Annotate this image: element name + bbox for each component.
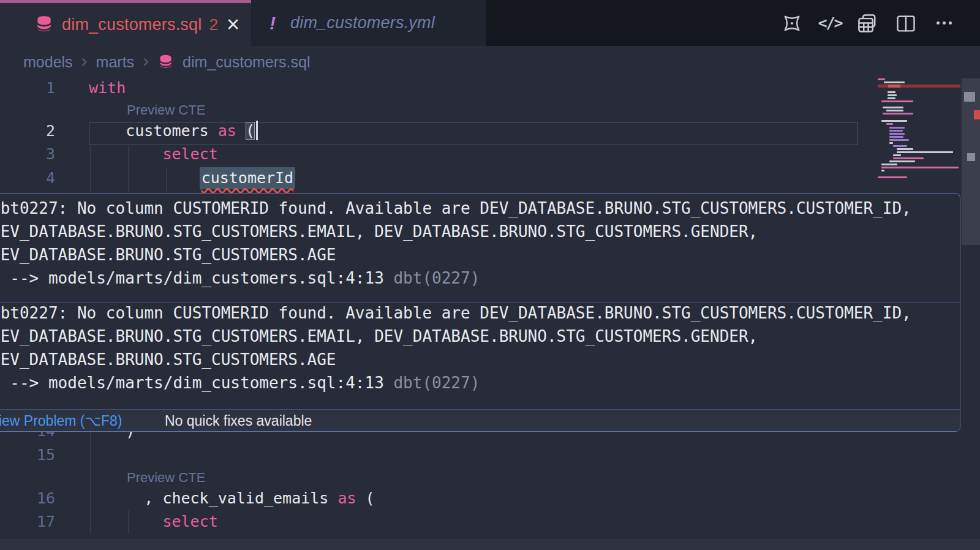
- error-source-code: dbt(0227): [393, 374, 480, 392]
- warning-icon: !: [270, 13, 276, 34]
- problem-hover-popup: View Problem (⌥F8) No quick fixes availa…: [0, 193, 960, 432]
- breadcrumb: models › marts › dim_customers.sql: [0, 46, 980, 78]
- line-number[interactable]: 16: [0, 487, 55, 510]
- line-number[interactable]: 15: [0, 443, 55, 467]
- scrollbar-thumb[interactable]: [962, 78, 980, 245]
- editor-actions: </>: [780, 0, 956, 46]
- code-token: as: [218, 122, 236, 140]
- minimap-code-line: [884, 81, 905, 83]
- minimap-code-line: [889, 139, 909, 141]
- error-location: --> models/marts/dim_customers.sql:4:13: [0, 374, 393, 392]
- tab-dim-customers-yml[interactable]: ! dim_customers.yml: [251, 0, 486, 46]
- line-number[interactable]: 3: [0, 143, 55, 166]
- tab-label: dim_customers.yml: [290, 13, 435, 32]
- query-results-icon[interactable]: [856, 12, 880, 35]
- code-line[interactable]: with: [89, 77, 126, 100]
- code-token: select: [162, 513, 217, 530]
- ruler-mark: [967, 153, 975, 161]
- text-cursor: [256, 121, 258, 140]
- code-token: [89, 169, 200, 187]
- minimap-code-line: [897, 151, 953, 153]
- code-token: (: [246, 122, 255, 140]
- breadcrumb-item-marts[interactable]: marts: [96, 53, 135, 71]
- code-line[interactable]: select: [89, 510, 218, 533]
- minimap-error-line: [878, 85, 960, 88]
- code-token: customers: [89, 122, 218, 140]
- line-number[interactable]: 4: [0, 167, 55, 190]
- error-message-line: DEV_DATABASE.BRUNO.STG_CUSTOMERS.AGE: [0, 348, 955, 371]
- minimap-code-line: [889, 142, 893, 144]
- ruler-error-mark: [974, 110, 980, 119]
- minimap-code-line: [888, 91, 895, 93]
- editor-window: dim_customers.sql 2 × ! dim_customers.ym…: [0, 0, 980, 550]
- horizontal-scrollbar[interactable]: [0, 539, 980, 550]
- code-token: [89, 145, 162, 163]
- error-message-line: DEV_DATABASE.BRUNO.STG_CUSTOMERS.EMAIL, …: [0, 220, 955, 243]
- tab-bar: dim_customers.sql 2 × ! dim_customers.ym…: [0, 0, 980, 46]
- minimap-code-line: [889, 136, 903, 138]
- minimap-code-line: [878, 176, 907, 178]
- minimap-code-line: [881, 120, 907, 122]
- minimap-code-line: [883, 113, 913, 115]
- code-token: with: [89, 79, 126, 97]
- code-token: [89, 513, 162, 530]
- error-message-line: dbt0227: No column CUSTOMERID found. Ava…: [0, 301, 955, 325]
- close-icon[interactable]: ×: [227, 15, 239, 34]
- minimap-code-line: [886, 110, 903, 111]
- chevron-right-icon: ›: [143, 50, 149, 73]
- breadcrumb-item-models[interactable]: models: [23, 53, 73, 71]
- problems-count-badge: 2: [209, 15, 217, 34]
- code-token: , check_valid_emails: [89, 489, 337, 507]
- more-actions-icon[interactable]: [932, 12, 956, 35]
- error-message-line: DEV_DATABASE.BRUNO.STG_CUSTOMERS.AGE: [0, 243, 955, 266]
- codelens-preview-cte[interactable]: Preview CTE: [127, 469, 205, 486]
- tab-dim-customers-sql[interactable]: dim_customers.sql 2 ×: [0, 0, 251, 46]
- code-token: select: [162, 145, 217, 163]
- minimap-code-line: [881, 100, 913, 102]
- tab-label: dim_customers.sql: [62, 15, 202, 34]
- error-message-line: DEV_DATABASE.BRUNO.STG_CUSTOMERS.EMAIL, …: [0, 325, 955, 348]
- error-location: --> models/marts/dim_customers.sql:4:13: [0, 269, 393, 287]
- dbt-icon[interactable]: [780, 12, 804, 35]
- minimap-code-line: [881, 164, 897, 165]
- error-source-code: dbt(0227): [393, 269, 480, 287]
- error-location-line: --> models/marts/dim_customers.sql:4:13 …: [0, 266, 955, 290]
- minimap-code-line: [883, 107, 903, 108]
- minimap-code-line: [889, 127, 905, 129]
- codelens-preview-cte[interactable]: Preview CTE: [127, 102, 205, 119]
- error-message-line: dbt0227: No column CUSTOMERID found. Ava…: [0, 197, 955, 220]
- code-line[interactable]: customers as (: [89, 119, 258, 143]
- database-icon: [34, 15, 54, 34]
- error-token-customerid: customerId: [200, 167, 296, 189]
- line-number[interactable]: 1: [0, 77, 55, 100]
- split-editor-icon[interactable]: [894, 12, 918, 35]
- database-icon: [157, 54, 174, 70]
- breadcrumb-item-file[interactable]: dim_customers.sql: [183, 53, 310, 71]
- minimap-code-line: [889, 160, 915, 162]
- code-line[interactable]: customerId: [89, 167, 295, 190]
- minimap-code-line: [889, 133, 905, 135]
- view-problem-link[interactable]: View Problem (⌥F8): [0, 410, 123, 432]
- line-number[interactable]: 17: [0, 510, 55, 533]
- code-token: [236, 122, 246, 140]
- minimap-code-line: [888, 94, 897, 96]
- minimap-code-line: [878, 78, 885, 80]
- line-number[interactable]: 2: [0, 119, 55, 143]
- code-line[interactable]: select: [89, 143, 218, 166]
- minimap-code-line: [881, 170, 884, 171]
- minimap-code-line: [881, 167, 959, 168]
- minimap-code-line: [897, 148, 913, 150]
- code-token: as: [337, 489, 356, 507]
- minimap-code-line: [889, 130, 903, 132]
- chevron-right-icon: ›: [81, 50, 88, 73]
- minimap-code-line: [888, 97, 895, 99]
- ruler-mark: [964, 92, 975, 102]
- code-line[interactable]: , check_valid_emails as (: [89, 487, 375, 510]
- compile-code-icon[interactable]: </>: [818, 12, 842, 35]
- minimap-code-line: [893, 145, 907, 147]
- minimap-code-line: [893, 157, 924, 159]
- error-location-line: --> models/marts/dim_customers.sql:4:13 …: [0, 371, 955, 394]
- no-quick-fixes-label: No quick fixes available: [165, 410, 312, 432]
- minimap-code-line: [886, 123, 893, 125]
- minimap-code-line: [893, 154, 901, 156]
